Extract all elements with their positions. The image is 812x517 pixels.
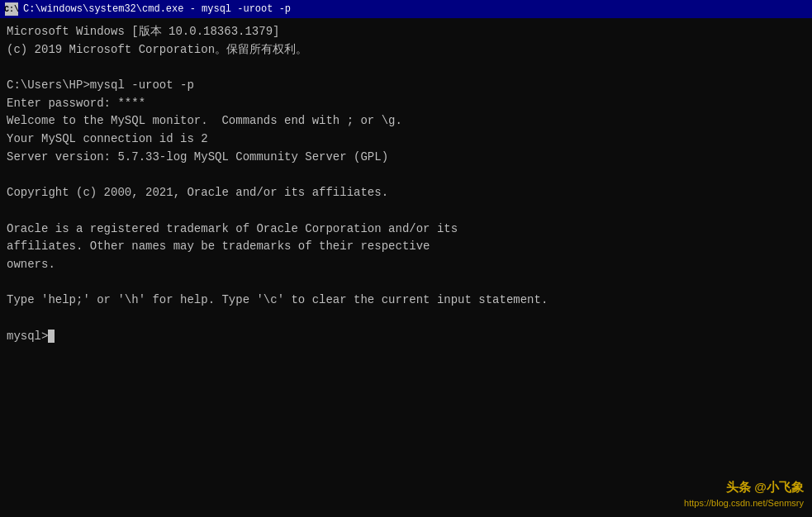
title-bar: C:\ C:\windows\system32\cmd.exe - mysql … xyxy=(0,0,812,18)
terminal-output: Microsoft Windows [版本 10.0.18363.1379] (… xyxy=(7,23,805,345)
watermark: 头条 @小飞象 https://blog.csdn.net/Senmsry xyxy=(684,477,804,510)
title-bar-text: C:\windows\system32\cmd.exe - mysql -uro… xyxy=(23,3,807,15)
watermark-top: 头条 @小飞象 xyxy=(684,477,804,496)
watermark-bottom: https://blog.csdn.net/Senmsry xyxy=(684,496,804,510)
terminal-body[interactable]: Microsoft Windows [版本 10.0.18363.1379] (… xyxy=(0,18,812,517)
title-bar-icon: C:\ xyxy=(5,2,18,16)
